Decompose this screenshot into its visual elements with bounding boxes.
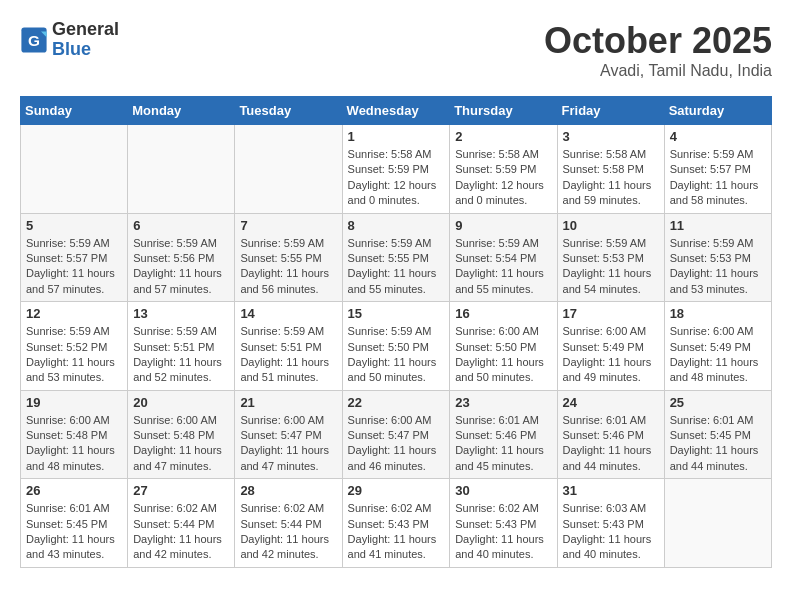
day-number: 30 [455,483,551,498]
day-info: Sunrise: 5:59 AM Sunset: 5:52 PM Dayligh… [26,324,122,386]
day-info: Sunrise: 6:03 AM Sunset: 5:43 PM Dayligh… [563,501,659,563]
calendar-cell: 24Sunrise: 6:01 AM Sunset: 5:46 PM Dayli… [557,390,664,479]
calendar-header-row: SundayMondayTuesdayWednesdayThursdayFrid… [21,97,772,125]
calendar-week-1: 1Sunrise: 5:58 AM Sunset: 5:59 PM Daylig… [21,125,772,214]
day-number: 5 [26,218,122,233]
calendar-cell: 21Sunrise: 6:00 AM Sunset: 5:47 PM Dayli… [235,390,342,479]
day-number: 19 [26,395,122,410]
day-number: 29 [348,483,445,498]
day-header-sunday: Sunday [21,97,128,125]
calendar-cell: 22Sunrise: 6:00 AM Sunset: 5:47 PM Dayli… [342,390,450,479]
day-number: 4 [670,129,766,144]
day-number: 31 [563,483,659,498]
calendar-cell: 19Sunrise: 6:00 AM Sunset: 5:48 PM Dayli… [21,390,128,479]
svg-text:G: G [28,31,40,48]
day-info: Sunrise: 6:00 AM Sunset: 5:49 PM Dayligh… [670,324,766,386]
day-info: Sunrise: 6:00 AM Sunset: 5:47 PM Dayligh… [240,413,336,475]
calendar-week-4: 19Sunrise: 6:00 AM Sunset: 5:48 PM Dayli… [21,390,772,479]
calendar-cell: 29Sunrise: 6:02 AM Sunset: 5:43 PM Dayli… [342,479,450,568]
calendar-cell: 20Sunrise: 6:00 AM Sunset: 5:48 PM Dayli… [128,390,235,479]
day-info: Sunrise: 6:02 AM Sunset: 5:44 PM Dayligh… [133,501,229,563]
calendar-cell: 17Sunrise: 6:00 AM Sunset: 5:49 PM Dayli… [557,302,664,391]
day-number: 16 [455,306,551,321]
day-info: Sunrise: 6:00 AM Sunset: 5:48 PM Dayligh… [26,413,122,475]
day-number: 10 [563,218,659,233]
logo-icon: G [20,26,48,54]
calendar-cell: 7Sunrise: 5:59 AM Sunset: 5:55 PM Daylig… [235,213,342,302]
calendar-week-2: 5Sunrise: 5:59 AM Sunset: 5:57 PM Daylig… [21,213,772,302]
calendar-week-5: 26Sunrise: 6:01 AM Sunset: 5:45 PM Dayli… [21,479,772,568]
calendar-cell: 26Sunrise: 6:01 AM Sunset: 5:45 PM Dayli… [21,479,128,568]
calendar-cell: 27Sunrise: 6:02 AM Sunset: 5:44 PM Dayli… [128,479,235,568]
location: Avadi, Tamil Nadu, India [544,62,772,80]
day-number: 24 [563,395,659,410]
day-header-thursday: Thursday [450,97,557,125]
calendar-cell: 23Sunrise: 6:01 AM Sunset: 5:46 PM Dayli… [450,390,557,479]
title-block: October 2025 Avadi, Tamil Nadu, India [544,20,772,80]
day-info: Sunrise: 5:59 AM Sunset: 5:57 PM Dayligh… [26,236,122,298]
calendar-cell: 8Sunrise: 5:59 AM Sunset: 5:55 PM Daylig… [342,213,450,302]
calendar-cell: 13Sunrise: 5:59 AM Sunset: 5:51 PM Dayli… [128,302,235,391]
day-number: 23 [455,395,551,410]
calendar-cell [21,125,128,214]
calendar-cell: 1Sunrise: 5:58 AM Sunset: 5:59 PM Daylig… [342,125,450,214]
logo-general-text: General [52,19,119,39]
day-number: 13 [133,306,229,321]
calendar-cell: 16Sunrise: 6:00 AM Sunset: 5:50 PM Dayli… [450,302,557,391]
calendar-cell [128,125,235,214]
day-info: Sunrise: 5:59 AM Sunset: 5:53 PM Dayligh… [670,236,766,298]
month-title: October 2025 [544,20,772,62]
day-info: Sunrise: 5:59 AM Sunset: 5:51 PM Dayligh… [240,324,336,386]
calendar-cell: 28Sunrise: 6:02 AM Sunset: 5:44 PM Dayli… [235,479,342,568]
day-number: 7 [240,218,336,233]
day-number: 28 [240,483,336,498]
day-info: Sunrise: 6:01 AM Sunset: 5:45 PM Dayligh… [670,413,766,475]
day-info: Sunrise: 5:58 AM Sunset: 5:59 PM Dayligh… [348,147,445,209]
calendar-week-3: 12Sunrise: 5:59 AM Sunset: 5:52 PM Dayli… [21,302,772,391]
calendar-cell: 25Sunrise: 6:01 AM Sunset: 5:45 PM Dayli… [664,390,771,479]
day-number: 1 [348,129,445,144]
day-number: 15 [348,306,445,321]
calendar-cell: 3Sunrise: 5:58 AM Sunset: 5:58 PM Daylig… [557,125,664,214]
day-number: 3 [563,129,659,144]
day-number: 6 [133,218,229,233]
calendar-cell: 10Sunrise: 5:59 AM Sunset: 5:53 PM Dayli… [557,213,664,302]
day-info: Sunrise: 6:00 AM Sunset: 5:50 PM Dayligh… [455,324,551,386]
day-info: Sunrise: 5:58 AM Sunset: 5:59 PM Dayligh… [455,147,551,209]
day-info: Sunrise: 6:00 AM Sunset: 5:47 PM Dayligh… [348,413,445,475]
logo: G General Blue [20,20,119,60]
calendar-cell: 18Sunrise: 6:00 AM Sunset: 5:49 PM Dayli… [664,302,771,391]
day-header-monday: Monday [128,97,235,125]
day-number: 11 [670,218,766,233]
calendar-cell [235,125,342,214]
day-number: 20 [133,395,229,410]
day-number: 25 [670,395,766,410]
day-number: 21 [240,395,336,410]
day-number: 17 [563,306,659,321]
calendar-cell: 5Sunrise: 5:59 AM Sunset: 5:57 PM Daylig… [21,213,128,302]
calendar-cell: 12Sunrise: 5:59 AM Sunset: 5:52 PM Dayli… [21,302,128,391]
day-number: 9 [455,218,551,233]
day-number: 18 [670,306,766,321]
day-number: 14 [240,306,336,321]
day-info: Sunrise: 5:59 AM Sunset: 5:51 PM Dayligh… [133,324,229,386]
day-header-tuesday: Tuesday [235,97,342,125]
day-info: Sunrise: 5:59 AM Sunset: 5:54 PM Dayligh… [455,236,551,298]
day-info: Sunrise: 6:01 AM Sunset: 5:46 PM Dayligh… [563,413,659,475]
day-number: 22 [348,395,445,410]
day-header-wednesday: Wednesday [342,97,450,125]
day-info: Sunrise: 6:00 AM Sunset: 5:48 PM Dayligh… [133,413,229,475]
calendar-cell: 14Sunrise: 5:59 AM Sunset: 5:51 PM Dayli… [235,302,342,391]
calendar-cell: 31Sunrise: 6:03 AM Sunset: 5:43 PM Dayli… [557,479,664,568]
day-number: 8 [348,218,445,233]
calendar-cell: 15Sunrise: 5:59 AM Sunset: 5:50 PM Dayli… [342,302,450,391]
day-info: Sunrise: 5:59 AM Sunset: 5:50 PM Dayligh… [348,324,445,386]
day-info: Sunrise: 5:59 AM Sunset: 5:55 PM Dayligh… [348,236,445,298]
day-info: Sunrise: 5:59 AM Sunset: 5:56 PM Dayligh… [133,236,229,298]
day-info: Sunrise: 6:01 AM Sunset: 5:45 PM Dayligh… [26,501,122,563]
calendar-table: SundayMondayTuesdayWednesdayThursdayFrid… [20,96,772,568]
day-number: 12 [26,306,122,321]
day-header-friday: Friday [557,97,664,125]
calendar-cell [664,479,771,568]
day-number: 2 [455,129,551,144]
